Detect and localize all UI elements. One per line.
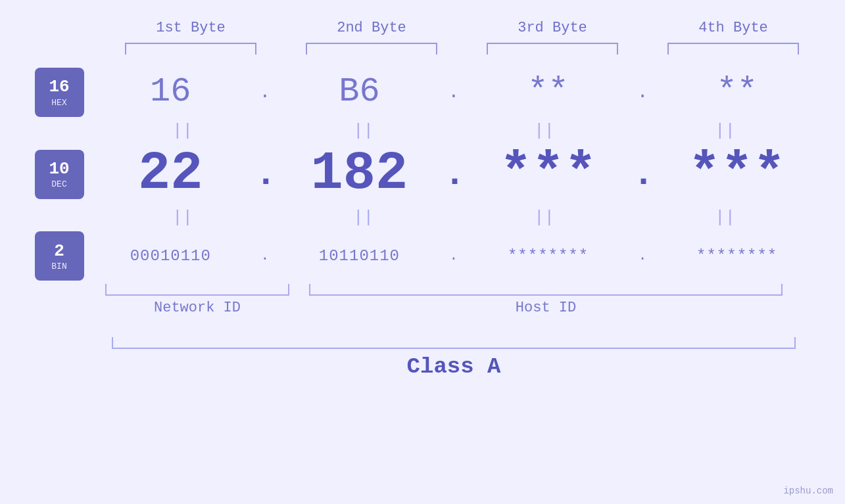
dec-row-group: 10 DEC 22 . 182 . *** . *** bbox=[0, 145, 845, 204]
host-id-label: Host ID bbox=[309, 300, 783, 316]
dec-byte-3: *** bbox=[476, 145, 621, 204]
hex-badge-container: 16 HEX bbox=[0, 68, 92, 117]
bin-byte-4: ******** bbox=[665, 247, 809, 265]
eq2-1: || bbox=[110, 208, 255, 227]
dec-byte-4: *** bbox=[665, 145, 809, 204]
hex-byte-3: ** bbox=[476, 72, 621, 112]
class-label: Class A bbox=[92, 354, 815, 379]
dec-row-right: 22 . 182 . *** . *** bbox=[92, 145, 845, 204]
dec-dot-2: . bbox=[444, 154, 464, 195]
network-id-label: Network ID bbox=[105, 300, 289, 316]
dec-value-row: 22 . 182 . *** . *** bbox=[92, 145, 815, 204]
equals-row-2: || || || || bbox=[92, 208, 815, 227]
bin-byte-2: 10110110 bbox=[287, 247, 431, 265]
bracket-4 bbox=[667, 43, 799, 55]
dec-dot-3: . bbox=[633, 154, 652, 195]
bin-badge-label: BIN bbox=[51, 262, 66, 271]
dec-badge-container: 10 DEC bbox=[0, 150, 92, 199]
bracket-2 bbox=[306, 43, 437, 55]
equals-row-1-group: || || || || bbox=[0, 117, 845, 145]
hex-dot-3: . bbox=[633, 82, 652, 103]
dec-byte-2: 182 bbox=[287, 145, 431, 204]
bin-byte-1: 00010110 bbox=[98, 247, 243, 265]
byte-label-1: 1st Byte bbox=[118, 20, 263, 36]
top-brackets bbox=[101, 43, 824, 55]
hex-byte-1: 16 bbox=[98, 72, 243, 112]
bin-byte-3: ******** bbox=[476, 247, 621, 265]
hex-badge-number: 16 bbox=[49, 77, 69, 97]
class-section: Class A bbox=[92, 337, 815, 379]
network-id-bracket bbox=[105, 284, 289, 296]
hex-byte-2: B6 bbox=[287, 72, 431, 112]
dec-badge-label: DEC bbox=[51, 179, 66, 189]
equals-row-2-group: || || || || bbox=[0, 204, 845, 231]
eq1-2: || bbox=[291, 121, 436, 141]
bracket-3 bbox=[487, 43, 618, 55]
dec-badge: 10 DEC bbox=[35, 150, 84, 199]
eq2-2: || bbox=[291, 208, 436, 227]
hex-row-right: 16 . B6 . ** . ** bbox=[92, 72, 845, 112]
byte-label-3: 3rd Byte bbox=[480, 20, 625, 36]
watermark: ipshu.com bbox=[783, 486, 833, 496]
main-container: 1st Byte 2nd Byte 3rd Byte 4th Byte 16 H… bbox=[0, 0, 845, 504]
bin-badge-number: 2 bbox=[54, 241, 64, 262]
dec-dot-1: . bbox=[255, 154, 275, 195]
hex-byte-4: ** bbox=[665, 72, 809, 112]
equals-row-1: || || || || bbox=[92, 121, 815, 141]
host-id-bracket bbox=[309, 284, 783, 296]
dec-badge-number: 10 bbox=[49, 159, 69, 179]
eq1-3: || bbox=[472, 121, 617, 141]
hex-dot-2: . bbox=[444, 82, 464, 103]
eq1-4: || bbox=[653, 121, 798, 141]
eq2-4: || bbox=[653, 208, 798, 227]
bracket-1 bbox=[125, 43, 256, 55]
byte-labels-row: 1st Byte 2nd Byte 3rd Byte 4th Byte bbox=[101, 20, 824, 36]
bin-value-row: 00010110 . 10110110 . ******** . *******… bbox=[92, 247, 815, 265]
hex-value-row: 16 . B6 . ** . ** bbox=[92, 72, 815, 112]
byte-label-2: 2nd Byte bbox=[299, 20, 444, 36]
hex-row-group: 16 HEX 16 . B6 . ** . ** bbox=[0, 68, 845, 117]
hex-dot-1: . bbox=[255, 82, 275, 103]
class-bracket bbox=[112, 337, 796, 349]
eq1-1: || bbox=[110, 121, 255, 141]
hex-badge-label: HEX bbox=[51, 98, 66, 108]
bin-badge: 2 BIN bbox=[35, 231, 84, 281]
bin-dot-2: . bbox=[444, 248, 464, 264]
byte-label-4: 4th Byte bbox=[661, 20, 806, 36]
bin-dot-1: . bbox=[255, 248, 275, 264]
id-labels-row: Network ID Host ID bbox=[92, 300, 815, 316]
bin-row-right: 00010110 . 10110110 . ******** . *******… bbox=[92, 247, 845, 265]
bin-badge-container: 2 BIN bbox=[0, 231, 92, 281]
dec-byte-1: 22 bbox=[98, 145, 243, 204]
bin-row-group: 2 BIN 00010110 . 10110110 . ******** . *… bbox=[0, 231, 845, 281]
hex-badge: 16 HEX bbox=[35, 68, 84, 117]
eq2-3: || bbox=[472, 208, 617, 227]
bin-dot-3: . bbox=[633, 248, 652, 264]
